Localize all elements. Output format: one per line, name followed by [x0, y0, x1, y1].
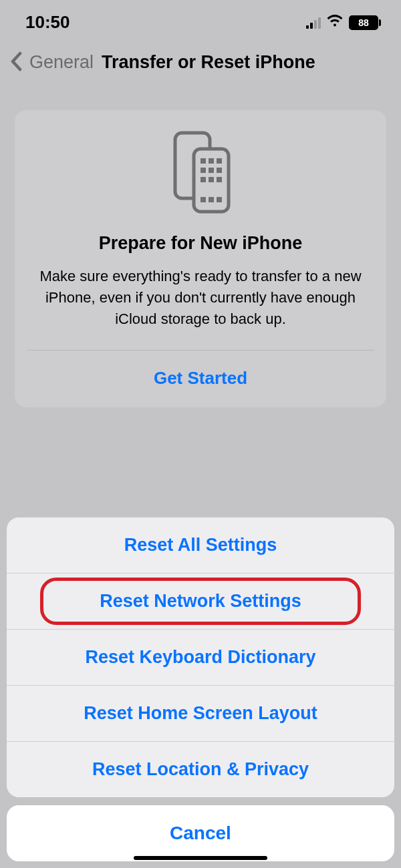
- action-sheet: Reset All Settings Reset Network Setting…: [0, 517, 401, 868]
- battery-icon: 88: [349, 15, 381, 30]
- sheet-item-label: Reset All Settings: [124, 535, 277, 555]
- svg-rect-8: [200, 177, 206, 182]
- status-bar: 10:50 88: [0, 0, 401, 38]
- svg-rect-2: [200, 158, 206, 164]
- sheet-item-label: Reset Keyboard Dictionary: [85, 647, 315, 667]
- status-time: 10:50: [25, 12, 70, 33]
- prepare-card-title: Prepare for New iPhone: [27, 233, 374, 254]
- page-title: Transfer or Reset iPhone: [102, 52, 315, 73]
- cellular-icon: [306, 17, 321, 29]
- reset-network-settings-button[interactable]: Reset Network Settings: [7, 573, 394, 629]
- svg-rect-3: [209, 158, 214, 164]
- svg-rect-12: [209, 197, 214, 202]
- reset-keyboard-dictionary-button[interactable]: Reset Keyboard Dictionary: [7, 629, 394, 685]
- reset-all-settings-button[interactable]: Reset All Settings: [7, 517, 394, 573]
- back-chevron-icon[interactable]: [9, 51, 25, 73]
- svg-rect-5: [200, 168, 206, 173]
- nav-header: General Transfer or Reset iPhone: [0, 38, 401, 89]
- reset-home-screen-layout-button[interactable]: Reset Home Screen Layout: [7, 685, 394, 741]
- svg-rect-11: [200, 197, 206, 202]
- svg-rect-9: [209, 177, 214, 182]
- back-button[interactable]: General: [29, 52, 94, 73]
- wifi-icon: [326, 12, 344, 33]
- reset-location-privacy-button[interactable]: Reset Location & Privacy: [7, 741, 394, 797]
- home-indicator[interactable]: [134, 856, 267, 860]
- battery-percent: 88: [349, 15, 378, 30]
- prepare-card-body: Make sure everything's ready to transfer…: [31, 266, 370, 330]
- sheet-item-label: Reset Location & Privacy: [92, 759, 309, 779]
- prepare-card: Prepare for New iPhone Make sure everyth…: [15, 110, 386, 407]
- svg-rect-13: [217, 197, 222, 202]
- sheet-item-label: Reset Home Screen Layout: [84, 703, 317, 723]
- cancel-button[interactable]: Cancel: [7, 805, 394, 861]
- sheet-item-label: Reset Network Settings: [100, 591, 301, 611]
- svg-rect-4: [217, 158, 222, 164]
- svg-rect-6: [209, 168, 214, 173]
- svg-rect-7: [217, 168, 222, 173]
- get-started-button[interactable]: Get Started: [27, 351, 374, 407]
- action-sheet-group: Reset All Settings Reset Network Setting…: [7, 517, 394, 797]
- status-right: 88: [306, 12, 381, 33]
- svg-rect-10: [217, 177, 222, 182]
- transfer-phones-icon: [27, 129, 374, 216]
